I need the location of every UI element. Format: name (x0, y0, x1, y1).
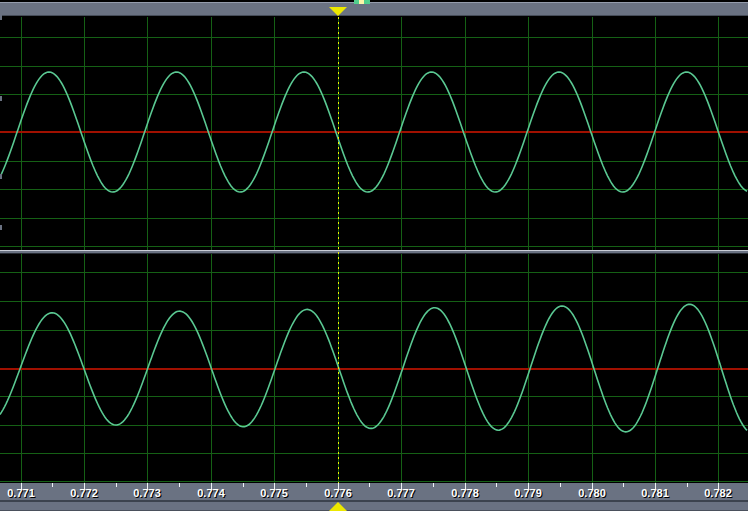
left-edge-tick (0, 96, 2, 101)
time-label: 0.777 (387, 487, 415, 499)
time-label: 0.775 (260, 487, 288, 499)
ruler-minor-tick (560, 483, 561, 487)
playhead-cursor-line (338, 17, 339, 500)
ruler-minor-tick (52, 483, 53, 487)
waveform-right-channel (0, 304, 747, 432)
left-edge-tick (0, 174, 2, 179)
time-label: 0.772 (70, 487, 98, 499)
ruler-minor-tick (243, 483, 244, 487)
scroll-position-marker[interactable] (354, 0, 370, 4)
ruler-minor-tick (306, 483, 307, 487)
scroll-position-marker-center (359, 0, 364, 4)
playhead-handle-bottom-icon[interactable] (329, 502, 347, 511)
time-label: 0.774 (197, 487, 225, 499)
time-label: 0.778 (451, 487, 479, 499)
ruler-minor-tick (369, 483, 370, 487)
waveform-left-channel (0, 72, 747, 192)
time-label: 0.780 (578, 487, 606, 499)
ruler-minor-tick (433, 483, 434, 487)
waveform-editor-window: 0.7710.7720.7730.7740.7750.7760.7770.778… (0, 0, 748, 511)
channel-divider[interactable] (0, 250, 748, 254)
ruler-minor-tick (116, 483, 117, 487)
time-label: 0.773 (133, 487, 161, 499)
ruler-minor-tick (496, 483, 497, 487)
horizontal-scrollbar[interactable] (0, 2, 748, 16)
time-label: 0.779 (514, 487, 542, 499)
time-label: 0.776 (324, 487, 352, 499)
time-label: 0.782 (704, 487, 732, 499)
left-edge-tick (0, 225, 2, 230)
ruler-minor-tick (623, 483, 624, 487)
bottom-marker-strip[interactable] (0, 502, 748, 511)
ruler-minor-tick (687, 483, 688, 487)
time-label: 0.771 (7, 487, 35, 499)
ruler-minor-tick (179, 483, 180, 487)
left-edge-tick (0, 15, 2, 20)
playhead-handle-top-icon[interactable] (329, 7, 347, 16)
time-ruler[interactable]: 0.7710.7720.7730.7740.7750.7760.7770.778… (0, 483, 748, 500)
time-label: 0.781 (641, 487, 669, 499)
